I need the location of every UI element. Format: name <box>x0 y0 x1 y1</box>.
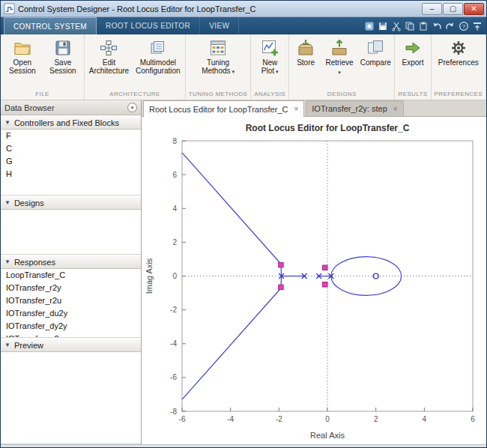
compare-icon <box>366 39 384 57</box>
list-item-iotransfer-n2y[interactable]: IOTransfer_n2y <box>1 333 141 338</box>
section-list-preview <box>1 352 141 444</box>
retrieve-icon <box>330 39 348 57</box>
data-browser-panel: Data Browser ▾ ▼Controllers and Fixed Bl… <box>1 100 142 444</box>
section-list-designs <box>1 210 141 255</box>
tab-close-icon[interactable]: × <box>294 105 298 113</box>
list-item-c[interactable]: C <box>1 142 141 155</box>
export-button[interactable]: Export <box>398 37 428 69</box>
svg-text:Imag Axis: Imag Axis <box>145 258 154 294</box>
ribbon-toolbar: Open SessionSave SessionFILEEdit Archite… <box>1 34 486 100</box>
dropdown-arrow-icon: ▾ <box>231 69 235 74</box>
svg-text:-2: -2 <box>170 306 177 314</box>
list-item-g[interactable]: G <box>1 155 141 168</box>
ribbon-group-architecture: Edit ArchitectureMultimodel Configuratio… <box>85 34 186 100</box>
tab-close-icon[interactable]: × <box>393 105 398 113</box>
list-item-h[interactable]: H <box>1 168 141 181</box>
quick-undo-icon[interactable] <box>432 21 442 31</box>
qa-copy-icon <box>405 21 415 31</box>
export-label: Export <box>402 58 424 67</box>
list-item-looptransfer-c[interactable]: LoopTransfer_C <box>1 269 141 282</box>
svg-text:0: 0 <box>325 415 330 423</box>
ribbon-group-label: PREFERENCES <box>433 89 484 100</box>
svg-text:0: 0 <box>172 272 177 280</box>
qa-save-icon <box>378 21 388 31</box>
svg-text:-6: -6 <box>170 373 177 381</box>
svg-text:6: 6 <box>471 415 475 423</box>
ribbon-tab-view[interactable]: VIEW <box>200 17 239 34</box>
section-title: Controllers and Fixed Blocks <box>14 118 119 127</box>
window-title: Control System Designer - Root Locus Edi… <box>18 4 422 13</box>
new-plot-button[interactable]: New Plot ▾ <box>252 37 287 78</box>
document-tab-bar: Root Locus Editor for LoopTransfer_C×IOT… <box>142 100 486 117</box>
svg-text:-6: -6 <box>179 415 186 423</box>
collapse-triangle-icon: ▼ <box>4 199 10 206</box>
svg-text:-2: -2 <box>276 415 282 423</box>
section-title: Designs <box>14 199 44 208</box>
preferences-button[interactable]: Preferences <box>435 37 482 69</box>
list-item-iotransfer-du2y[interactable]: IOTransfer_du2y <box>1 307 141 320</box>
section-header-responses[interactable]: ▼Responses <box>1 255 141 269</box>
app-icon <box>4 3 15 14</box>
section-header-controllers-and-fixed-blocks[interactable]: ▼Controllers and Fixed Blocks <box>1 115 141 130</box>
retrieve-button[interactable]: Retrieve ▾ <box>321 37 357 79</box>
maximize-button[interactable]: ▢ <box>443 3 463 15</box>
root-locus-plot[interactable]: -6-4-20246-8-6-4-202468Root Locus Editor… <box>142 117 486 444</box>
data-browser-header: Data Browser ▾ <box>1 100 141 115</box>
tuning-grid-icon <box>209 39 227 57</box>
svg-text:4: 4 <box>172 205 177 213</box>
new-plot-label: New Plot ▾ <box>255 58 284 76</box>
collapse-triangle-icon: ▼ <box>4 119 10 126</box>
document-tab-iotransfer-r2y-step[interactable]: IOTransfer_r2y: step× <box>306 100 403 116</box>
quick-redo-icon[interactable] <box>445 21 456 31</box>
svg-text:-4: -4 <box>227 415 234 423</box>
list-item-iotransfer-r2u[interactable]: IOTransfer_r2u <box>1 294 141 307</box>
section-title: Preview <box>14 341 43 350</box>
compare-button[interactable]: Compare <box>358 37 393 69</box>
quick-cut-icon[interactable] <box>391 21 402 31</box>
list-item-iotransfer-dy2y[interactable]: IOTransfer_dy2y <box>1 320 141 333</box>
quick-paste-icon[interactable] <box>418 21 429 31</box>
multimodel-configuration-button[interactable]: Multimodel Configuration <box>133 37 184 77</box>
document-tab-root-locus-editor-for-looptransfer-c[interactable]: Root Locus Editor for LoopTransfer_C× <box>143 100 304 117</box>
qa-undo-icon <box>432 21 442 31</box>
document-tab-label: IOTransfer_r2y: step <box>312 104 387 113</box>
ribbon-group-designs: StoreRetrieve ▾CompareDESIGNS <box>289 34 395 100</box>
ribbon-group-label: RESULTS <box>396 89 429 100</box>
section-list-responses: LoopTransfer_CIOTransfer_r2yIOTransfer_r… <box>1 269 141 338</box>
section-list-controllers-and-fixed-blocks: FCGH <box>1 130 141 196</box>
edit-architecture-button[interactable]: Edit Architecture <box>86 37 132 77</box>
open-session-button[interactable]: Open Session <box>2 37 43 77</box>
quick-dock-icon[interactable] <box>472 21 483 31</box>
data-browser-menu-button[interactable]: ▾ <box>127 103 137 112</box>
qa-badge-icon <box>364 21 375 31</box>
dropdown-arrow-icon: ▾ <box>274 69 278 74</box>
minimize-button[interactable]: – <box>422 3 442 15</box>
quick-help-icon[interactable]: ? <box>459 21 469 31</box>
store-button[interactable]: Store <box>291 37 321 69</box>
quick-save-icon[interactable] <box>378 21 388 31</box>
window-bottom-edge <box>1 444 486 447</box>
new-plot-icon <box>261 39 279 57</box>
tuning-methods-button[interactable]: Tuning Methods ▾ <box>193 37 244 78</box>
collapse-triangle-icon: ▼ <box>4 342 10 348</box>
list-item-f[interactable]: F <box>1 130 141 142</box>
ribbon-group-label: ANALYSIS <box>252 89 287 100</box>
ribbon-group-analysis: New Plot ▾ANALYSIS <box>251 34 289 100</box>
section-header-preview[interactable]: ▼Preview <box>1 338 141 352</box>
body: Data Browser ▾ ▼Controllers and Fixed Bl… <box>1 100 486 444</box>
save-session-button[interactable]: Save Session <box>43 37 82 77</box>
svg-text:Real Axis: Real Axis <box>310 431 345 440</box>
ribbon-tab-control-system[interactable]: CONTROL SYSTEM <box>4 17 97 34</box>
ribbon-tab-root-locus-editor[interactable]: ROOT LOCUS EDITOR <box>97 17 200 34</box>
store-label: Store <box>297 58 315 67</box>
ribbon-tab-strip: CONTROL SYSTEMROOT LOCUS EDITORVIEW ? <box>1 17 486 34</box>
close-button[interactable]: ✕ <box>464 3 484 15</box>
section-header-designs[interactable]: ▼Designs <box>1 196 141 210</box>
quick-copy-icon[interactable] <box>405 21 415 31</box>
svg-text:2: 2 <box>172 238 177 246</box>
ribbon-group-label: TUNING METHODS <box>187 89 249 100</box>
qa-cut-icon <box>391 21 402 31</box>
list-item-iotransfer-r2y[interactable]: IOTransfer_r2y <box>1 282 141 294</box>
quick-badge-icon[interactable] <box>364 21 375 31</box>
qa-dock-icon <box>472 21 483 31</box>
